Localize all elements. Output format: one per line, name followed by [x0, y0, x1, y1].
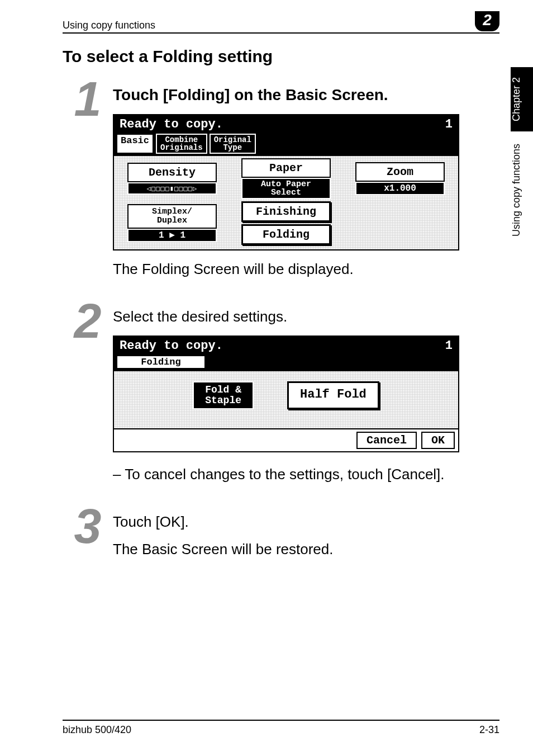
step-2: 2 Select the desired settings. Ready to … [63, 303, 499, 497]
section-title: To select a Folding setting [63, 47, 499, 66]
step-1-result-text: The Folding Screen will be displayed. [113, 261, 499, 278]
step-3: 3 Touch [OK]. The Basic Screen will be r… [63, 508, 499, 571]
simplex-duplex-label: Simplex/ Duplex [127, 204, 217, 229]
side-tab-section: Using copy functions [511, 131, 533, 249]
lcd-copy-count: 1 [445, 117, 453, 131]
folding-button[interactable]: Folding [241, 224, 331, 245]
option-half-fold[interactable]: Half Fold [287, 381, 379, 409]
zoom-value-button[interactable]: x1.000 [355, 182, 445, 195]
finishing-button[interactable]: Finishing [241, 201, 331, 222]
density-slider[interactable]: ◁□□□□▮□□□□▷ [127, 182, 217, 195]
footer-model: bizhub 500/420 [63, 724, 131, 736]
paper-select-button[interactable]: Auto Paper Select [241, 178, 331, 199]
tab-folding[interactable]: Folding [116, 355, 206, 369]
footer-page-number: 2-31 [479, 724, 499, 736]
lcd2-copy-count: 1 [445, 339, 453, 353]
option-fold-and-staple[interactable]: Fold & Staple [193, 381, 254, 409]
page-footer: bizhub 500/420 2-31 [63, 720, 499, 736]
tab-basic[interactable]: Basic [116, 134, 154, 154]
step-1: 1 Touch [Folding] on the Basic Screen. R… [63, 81, 499, 291]
step-3-result-text: The Basic Screen will be restored. [113, 541, 499, 558]
tab-original-type[interactable]: Original Type [210, 134, 256, 154]
tab-combine-originals[interactable]: Combine Originals [156, 134, 207, 154]
ok-button[interactable]: OK [421, 432, 455, 449]
basic-screen-lcd: Ready to copy. 1 Basic Combine Originals… [113, 114, 459, 251]
step-1-heading: Touch [Folding] on the Basic Screen. [113, 86, 499, 104]
step-2-heading: Select the desired settings. [113, 308, 499, 325]
step-number: 2 [63, 303, 113, 339]
side-tab: Chapter 2 Using copy functions [511, 67, 533, 296]
step-number: 3 [63, 508, 113, 545]
step-3-heading: Touch [OK]. [113, 513, 499, 531]
simplex-value-button[interactable]: 1 ▶ 1 [127, 229, 217, 242]
chapter-number-bubble: 2 [475, 11, 499, 31]
running-head-text: Using copy functions [63, 20, 155, 31]
density-label: Density [127, 163, 217, 182]
running-head: Using copy functions 2 [63, 11, 499, 34]
step-2-note: To cancel changes to the settings, touch… [113, 466, 499, 483]
lcd-status: Ready to copy. [120, 117, 223, 131]
cancel-button[interactable]: Cancel [356, 432, 417, 449]
step-number: 1 [63, 81, 113, 117]
zoom-label: Zoom [355, 162, 445, 182]
folding-screen-lcd: Ready to copy. 1 Folding Fold & Staple H… [113, 336, 459, 452]
paper-label: Paper [241, 158, 331, 178]
lcd2-status: Ready to copy. [120, 339, 223, 353]
side-tab-chapter: Chapter 2 [511, 67, 533, 131]
